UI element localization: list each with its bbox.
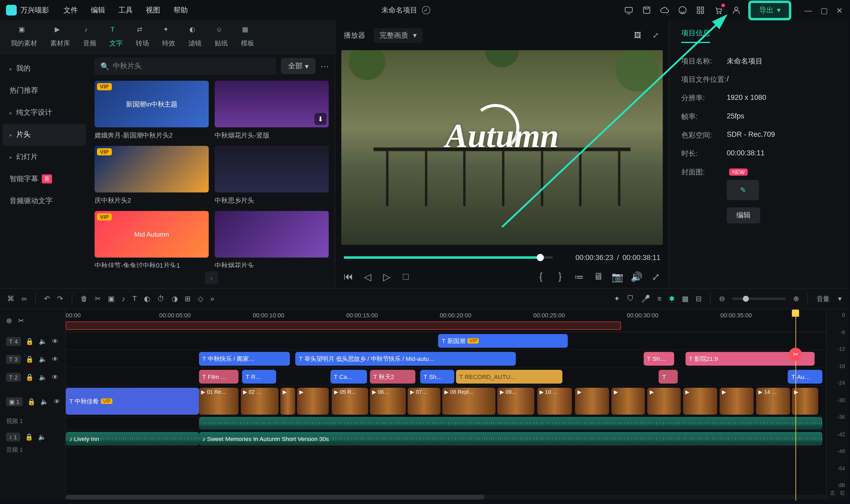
mic-icon[interactable]: 🎤 (641, 294, 650, 303)
mute-icon[interactable]: 🔈 (39, 337, 47, 345)
menu-help[interactable]: 帮助 (174, 5, 188, 15)
tab-sticker[interactable]: ☺贴纸 (215, 26, 228, 48)
timeline-clip[interactable]: T (659, 370, 678, 384)
tab-stock[interactable]: ▶素材库 (50, 26, 70, 48)
menu-view[interactable]: 视图 (146, 5, 160, 15)
eye-icon[interactable]: 👁 (52, 373, 58, 380)
tab-text[interactable]: T文字 (109, 26, 123, 48)
shield-icon[interactable]: ⛉ (627, 294, 634, 303)
mask-icon[interactable]: ◐ (144, 294, 150, 303)
track-header-audio1[interactable]: ♪ 1🔒🔈 (0, 428, 65, 446)
video-clip[interactable]: ▶ (647, 388, 681, 415)
color-icon[interactable]: ◑ (172, 294, 178, 303)
timeline-clip[interactable]: TRECORD_AUTU… (456, 370, 562, 384)
sidebar-item-2[interactable]: ▸纯文字设计 (2, 102, 86, 124)
quality-dropdown[interactable]: 完整画质▾ (373, 28, 423, 43)
video-clip[interactable]: ▶ 06… (370, 388, 406, 415)
crop-icon[interactable]: ▣ (108, 294, 114, 303)
preview-viewport[interactable]: Autumn (341, 50, 663, 245)
add-track-icon[interactable]: ⊕ (6, 317, 12, 325)
track-header-video1[interactable]: ▣ 1🔒🔈👁 (0, 386, 65, 417)
title-clip[interactable]: T中秋佳肴VIP (66, 388, 199, 415)
tab-project-info[interactable]: 项目信息 (681, 28, 710, 43)
menu-file[interactable]: 文件 (64, 5, 78, 15)
mute-icon[interactable]: 🔈 (38, 433, 47, 440)
video-clip[interactable]: ▶ 02 … (241, 388, 279, 415)
timeline-clip[interactable]: T秋天2 (370, 370, 415, 384)
timeline-clip[interactable]: TSh… (420, 370, 454, 384)
expand-preview-icon[interactable]: ⤢ (651, 31, 660, 40)
tab-transition[interactable]: ⇄转场 (136, 26, 149, 48)
video-clip[interactable]: ▶ 07… (408, 388, 440, 415)
video-clip[interactable]: ▶ 08 Repl… (442, 388, 495, 415)
stop-icon[interactable]: □ (401, 272, 411, 282)
redo-icon[interactable]: ↷ (57, 294, 63, 303)
cover-thumbnail[interactable]: ✎ (727, 180, 759, 200)
brace-right-icon[interactable]: } (555, 272, 565, 282)
collapse-sidebar[interactable]: ‹ (205, 271, 218, 284)
timeline-clip[interactable]: T中秋快乐 / 阖家… (199, 352, 290, 366)
timeline-clip[interactable]: TAu… (788, 370, 822, 384)
filter-dropdown[interactable]: 全部▾ (281, 58, 316, 74)
search-input[interactable]: 🔍 中秋片头 (94, 57, 276, 75)
video-clip[interactable]: ▶ (683, 388, 717, 415)
download-icon[interactable]: ⬇ (315, 113, 326, 125)
apps-icon[interactable] (696, 5, 705, 15)
selection-range[interactable] (66, 322, 621, 330)
cart-icon[interactable] (714, 5, 723, 15)
timeline-clip[interactable]: TFilm … (199, 370, 238, 384)
snap-icon[interactable]: ✱ (669, 294, 675, 303)
timeline-clip[interactable]: TCa… (330, 370, 367, 384)
display-icon[interactable]: 🖥 (594, 272, 603, 282)
window-close[interactable]: ✕ (836, 5, 843, 15)
asset-card[interactable]: 中秋思乡片头 (215, 146, 329, 205)
playhead[interactable] (796, 310, 796, 501)
sidebar-item-6[interactable]: 音频驱动文字 (2, 190, 86, 212)
mute-icon[interactable]: 🔈 (39, 373, 47, 381)
menu-tools[interactable]: 工具 (119, 5, 133, 15)
track-header-text3[interactable]: T 3🔒🔈👁 (0, 350, 65, 368)
unlink-icon[interactable]: ✂ (18, 317, 24, 325)
cloud-icon[interactable] (660, 5, 669, 15)
text-icon[interactable]: T (132, 294, 137, 303)
window-minimize[interactable]: — (804, 5, 812, 15)
eye-icon[interactable]: 👁 (52, 356, 58, 363)
audio-edit-icon[interactable]: ♪ (122, 294, 125, 303)
magnet-icon[interactable]: ⌘ (7, 294, 14, 303)
sidebar-item-0[interactable]: ▸我的 (2, 57, 86, 79)
layout-icon[interactable]: ▦ (682, 294, 689, 303)
device-icon[interactable] (624, 5, 634, 15)
video-clip[interactable]: ▶ (720, 388, 754, 415)
asset-card[interactable]: VIPMid Autumn中秋佳节-兔兔过中秋01片头1 (94, 211, 209, 268)
video-clip[interactable]: ▶ 01 Re… (199, 388, 238, 415)
lock-icon[interactable]: 🔒 (25, 373, 34, 381)
timeline-tracks[interactable]: 00:0000:00:05:0000:00:10:0000:00:15:0000… (66, 310, 826, 501)
keyframe-icon[interactable]: ◇ (198, 294, 203, 303)
timeline-scrollbar[interactable] (66, 495, 826, 500)
tab-audio[interactable]: ♪音频 (83, 26, 96, 48)
zoom-in-icon[interactable]: ⊕ (793, 294, 799, 303)
sidebar-item-4[interactable]: ▸幻灯片 (2, 146, 86, 168)
tab-media[interactable]: ▣我的素材 (11, 26, 37, 48)
more-options[interactable]: ⋯ (320, 61, 329, 71)
timeline-clip[interactable]: T举头望明月 低头思故乡 / 中秋节快乐 / Mid-autu… (295, 352, 516, 366)
video-clip[interactable]: ▶ (575, 388, 609, 415)
marker-icon[interactable]: ≔ (574, 272, 584, 282)
menu-edit[interactable]: 编辑 (91, 5, 105, 15)
sidebar-item-5[interactable]: 智能字幕新 (2, 168, 86, 190)
zoom-out-icon[interactable]: ⊖ (719, 294, 725, 303)
account-icon[interactable] (731, 5, 741, 15)
delete-icon[interactable]: 🗑 (81, 294, 88, 303)
video-clip[interactable]: ▶ (280, 388, 295, 415)
track-header-text2[interactable]: T 2🔒🔈👁 (0, 368, 65, 386)
asset-card[interactable]: VIP新国潮\n中秋主题嫦娥奔月-新国潮中秋片头2 (94, 81, 209, 140)
play-icon[interactable]: ▷ (382, 272, 391, 282)
lock-icon[interactable]: 🔒 (28, 397, 36, 405)
video-clip[interactable]: ▶ (297, 388, 329, 415)
video-clip[interactable]: ▶ 14 … (756, 388, 790, 415)
audio-clip[interactable]: ♪ Lively Inn (66, 432, 199, 446)
brace-left-icon[interactable]: { (536, 272, 546, 282)
grid-icon[interactable]: ⊟ (696, 294, 702, 303)
prev-frame-icon[interactable]: ⏮ (344, 272, 353, 282)
asset-card[interactable]: 中秋烟花片头 (215, 211, 329, 268)
